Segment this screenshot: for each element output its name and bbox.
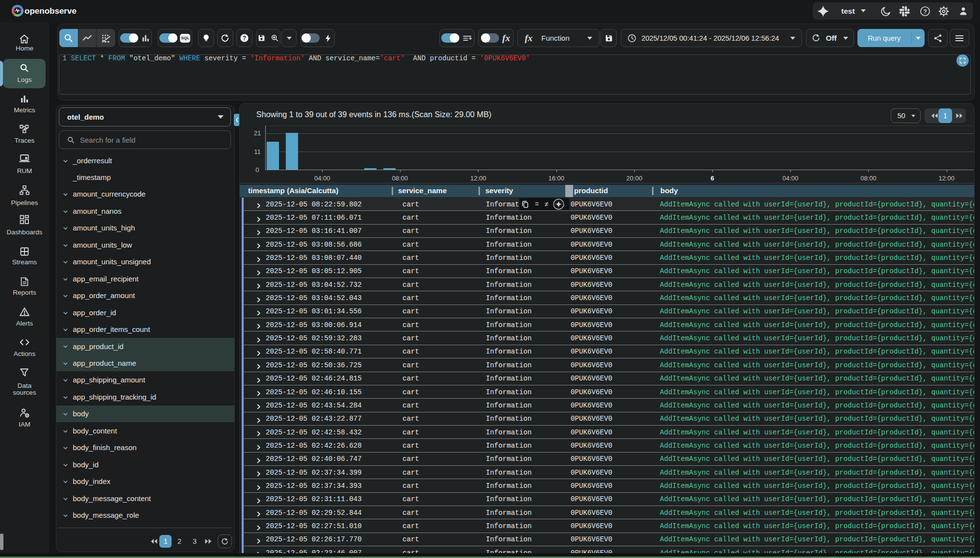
- svg-text:?: ?: [923, 8, 927, 15]
- svg-text:?: ?: [243, 35, 246, 42]
